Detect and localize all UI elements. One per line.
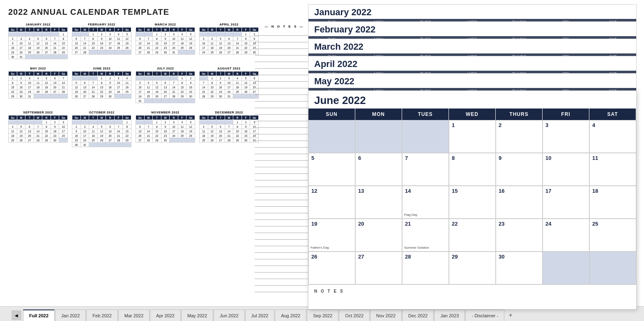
mini-cal-day[interactable]: 29 [208,94,216,99]
mini-cal-day[interactable]: 25 [200,138,208,143]
mini-cal-day[interactable]: 14 [114,129,123,134]
mini-cal-day[interactable]: 4 [178,120,186,125]
mini-cal-day[interactable]: 4 [89,125,98,129]
mini-cal-day[interactable]: 2 [72,125,81,129]
mini-cal-day[interactable]: 28 [34,138,42,143]
mini-cal-day[interactable]: 13 [161,85,170,90]
mini-cal-day[interactable]: 23 [242,134,250,138]
june-day-cell[interactable]: 26 [308,252,355,284]
mini-cal-day[interactable]: 9 [161,125,170,129]
mini-cal-day[interactable]: 7 [170,81,178,85]
mini-cal-day[interactable]: 18 [25,46,34,50]
mini-cal-day[interactable]: 16 [216,85,225,90]
mini-cal-day[interactable]: 13 [72,41,81,46]
mini-cal-day[interactable]: 18 [144,90,153,94]
mini-cal-day[interactable]: 10 [59,125,68,129]
mini-cal-day[interactable]: 1 [9,76,17,81]
june-day-cell[interactable]: 24 [543,219,589,252]
mini-cal-day[interactable]: 9 [17,81,25,85]
mini-cal-day[interactable]: 4 [208,37,216,41]
mini-cal-day[interactable]: 3 [17,37,25,41]
mini-cal-day[interactable]: 26 [34,50,42,55]
mini-cal-day[interactable]: 26 [216,50,225,55]
mini-cal-day[interactable]: 24 [114,90,123,94]
mini-cal-day[interactable]: 15 [178,85,186,90]
mini-cal-day[interactable]: 17 [225,85,233,90]
mini-cal-day[interactable]: 14 [225,129,233,134]
mini-cal-day[interactable]: 30 [161,138,170,143]
mini-cal-day[interactable]: 25 [178,46,186,50]
mini-cal-day[interactable]: 30 [161,50,170,55]
mini-cal-day[interactable]: 2 [242,120,250,125]
tab-mar-2022[interactable]: Mar 2022 [118,309,150,321]
tab---disclaimer--[interactable]: - Disclaimer - [465,309,504,321]
mini-cal-day[interactable]: 30 [9,55,17,59]
mini-cal-day[interactable]: 25 [9,138,17,143]
june-day-cell[interactable]: 16 [496,186,543,219]
june-day-cell[interactable]: 19Father's Day [308,219,355,252]
mini-cal-day[interactable]: 23 [17,90,25,94]
mini-cal-day[interactable]: 20 [161,90,170,94]
mini-cal-day[interactable]: 19 [186,129,195,134]
mini-cal-day[interactable]: 26 [123,46,131,50]
mini-cal-day[interactable]: 16 [97,41,106,46]
mini-cal-day[interactable]: 1 [153,32,161,37]
mini-cal-day[interactable]: 1 [153,120,161,125]
mini-cal-day[interactable]: 17 [17,46,25,50]
mini-cal-day[interactable]: 21 [144,134,153,138]
mini-cal-day[interactable]: 18 [200,134,208,138]
mini-cal-day[interactable]: 20 [136,134,145,138]
mini-cal-day[interactable]: 11 [89,129,98,134]
mini-cal-day[interactable]: 3 [170,120,178,125]
mini-cal-day[interactable]: 1 [89,32,98,37]
mini-cal-day[interactable]: 25 [25,50,34,55]
mini-cal-day[interactable]: 3 [136,81,145,85]
mini-cal-day[interactable]: 1 [242,32,250,37]
mini-cal-day[interactable]: 12 [72,85,81,90]
mini-cal-day[interactable]: 29 [178,94,186,99]
mini-cal-day[interactable]: 29 [153,50,161,55]
mini-cal-day[interactable]: 18 [89,134,98,138]
mini-cal-day[interactable]: 13 [42,41,51,46]
mini-cal-day[interactable]: 10 [114,81,123,85]
mini-cal-day[interactable]: 23 [51,134,59,138]
mini-cal-day[interactable]: 31 [25,94,34,99]
mini-cal-day[interactable]: 2 [216,76,225,81]
mini-cal-day[interactable]: 8 [242,37,250,41]
mini-cal-day[interactable]: 29 [42,138,51,143]
mini-cal-day[interactable]: 6 [80,81,89,85]
mini-cal-day[interactable]: 15 [42,129,51,134]
tab-jan-2022[interactable]: Jan 2022 [55,309,86,321]
mini-cal-day[interactable]: 22 [208,90,216,94]
mini-cal-day[interactable]: 14 [51,41,59,46]
mini-cal-day[interactable]: 9 [72,129,81,134]
mini-cal-day[interactable]: 6 [225,37,233,41]
mini-cal-day[interactable]: 29 [242,50,250,55]
mini-cal-day[interactable]: 27 [161,94,170,99]
mini-cal-day[interactable]: 12 [186,37,195,41]
mini-cal-day[interactable]: 5 [34,37,42,41]
mini-cal-day[interactable]: 5 [208,125,216,129]
mini-cal-day[interactable]: 7 [144,125,153,129]
mini-cal-day[interactable]: 12 [153,85,161,90]
mini-cal-day[interactable]: 17 [200,46,208,50]
mini-cal-day[interactable]: 30 [186,94,195,99]
june-day-cell[interactable]: 9 [496,153,543,186]
mini-cal-day[interactable]: 19 [42,85,51,90]
mini-cal-day[interactable]: 2 [161,32,170,37]
mini-cal-day[interactable]: 11 [208,41,216,46]
mini-cal-day[interactable]: 20 [51,85,59,90]
mini-cal-day[interactable]: 31 [17,55,25,59]
mini-cal-day[interactable]: 3 [225,76,233,81]
mini-cal-day[interactable]: 17 [170,129,178,134]
mini-cal-day[interactable]: 24 [136,94,145,99]
tab-may-2022[interactable]: May 2022 [181,309,213,321]
mini-cal-day[interactable]: 7 [80,37,89,41]
mini-cal-day[interactable]: 4 [114,32,123,37]
mini-cal-day[interactable]: 6 [216,125,225,129]
mini-cal-day[interactable]: 22 [9,90,17,94]
mini-cal-day[interactable]: 13 [106,129,115,134]
mini-cal-day[interactable]: 19 [72,90,81,94]
mini-cal-day[interactable]: 8 [59,37,68,41]
mini-cal-day[interactable]: 18 [233,85,242,90]
